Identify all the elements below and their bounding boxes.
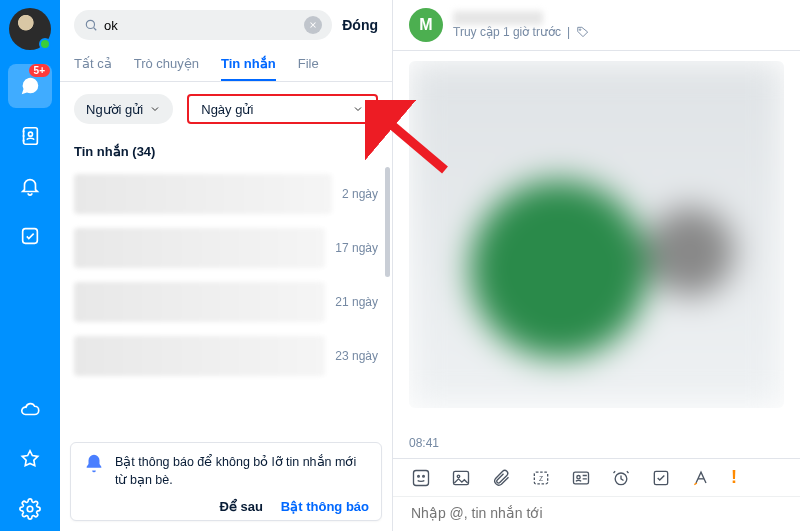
result-preview xyxy=(74,228,325,268)
result-preview xyxy=(74,282,325,322)
bell-icon xyxy=(19,175,41,197)
filter-sender-label: Người gửi xyxy=(86,102,143,117)
unread-badge: 5+ xyxy=(29,64,50,77)
chat-pane: M Truy cập 1 giờ trước | 08:41 Z xyxy=(393,0,800,531)
message-time: 08:41 xyxy=(409,436,439,450)
notification-card: Bật thông báo để không bỏ lỡ tin nhắn mớ… xyxy=(70,442,382,521)
svg-text:Z: Z xyxy=(539,474,543,481)
svg-point-7 xyxy=(418,475,420,477)
user-avatar[interactable] xyxy=(9,8,51,50)
app-root: 5+ Đóng xyxy=(0,0,800,531)
filter-row: Người gửi Ngày gửi xyxy=(60,82,392,136)
svg-rect-6 xyxy=(414,470,429,485)
chat-status: Truy cập 1 giờ trước xyxy=(453,25,561,39)
message-media-blurred xyxy=(409,61,784,408)
chat-icon xyxy=(19,75,41,97)
chat-header: M Truy cập 1 giờ trước | xyxy=(393,0,800,51)
chat-body[interactable]: 08:41 xyxy=(393,51,800,458)
attachment-button[interactable] xyxy=(491,468,511,488)
search-panel: Đóng Tất cả Trò chuyện Tin nhắn File Ngư… xyxy=(60,0,393,531)
chat-name xyxy=(453,11,543,25)
svg-point-8 xyxy=(423,475,425,477)
search-tabs: Tất cả Trò chuyện Tin nhắn File xyxy=(60,46,392,82)
results-section-title: Tin nhắn (34) xyxy=(60,136,392,167)
results-scrollbar[interactable] xyxy=(385,167,390,277)
priority-button[interactable]: ! xyxy=(731,467,737,488)
contacts-icon xyxy=(19,125,41,147)
chevron-down-icon xyxy=(149,103,161,115)
chat-divider: | xyxy=(567,25,570,39)
tag-icon[interactable] xyxy=(576,25,590,39)
filter-date-label: Ngày gửi xyxy=(201,102,253,117)
cloud-icon xyxy=(19,398,41,420)
nav-rail: 5+ xyxy=(0,0,60,531)
composer[interactable] xyxy=(393,496,800,531)
alarm-button[interactable] xyxy=(611,468,631,488)
result-preview xyxy=(74,336,325,376)
nav-contacts-button[interactable] xyxy=(8,114,52,158)
close-search-button[interactable]: Đóng xyxy=(342,17,378,33)
results-list[interactable]: 2 ngày 17 ngày 21 ngày 23 ngày xyxy=(60,167,392,432)
filter-sender-dropdown[interactable]: Người gửi xyxy=(74,94,173,124)
svg-point-1 xyxy=(28,132,32,136)
result-time: 23 ngày xyxy=(335,349,378,363)
chevron-down-icon xyxy=(352,103,364,115)
presence-dot-icon xyxy=(39,38,51,50)
search-icon xyxy=(84,18,98,32)
svg-point-4 xyxy=(86,20,94,28)
nav-todo-button[interactable] xyxy=(8,214,52,258)
star-icon xyxy=(19,448,41,470)
nav-notifications-button[interactable] xyxy=(8,164,52,208)
svg-point-5 xyxy=(579,29,581,31)
nav-chat-button[interactable]: 5+ xyxy=(8,64,52,108)
tab-chats[interactable]: Trò chuyện xyxy=(134,50,199,81)
search-input[interactable] xyxy=(98,18,304,33)
task-button[interactable] xyxy=(651,468,671,488)
notification-enable-button[interactable]: Bật thông báo xyxy=(281,499,369,514)
notification-later-button[interactable]: Để sau xyxy=(219,499,262,514)
notification-text: Bật thông báo để không bỏ lỡ tin nhắn mớ… xyxy=(115,453,369,489)
search-box[interactable] xyxy=(74,10,332,40)
svg-rect-2 xyxy=(23,229,38,244)
svg-point-14 xyxy=(577,475,580,478)
result-time: 2 ngày xyxy=(342,187,378,201)
nav-cloud-button[interactable] xyxy=(8,387,52,431)
chat-meta: Truy cập 1 giờ trước | xyxy=(453,11,590,39)
close-icon xyxy=(308,20,318,30)
screenshot-button[interactable]: Z xyxy=(531,468,551,488)
gear-icon xyxy=(19,498,41,520)
nav-settings-button[interactable] xyxy=(8,487,52,531)
format-button[interactable] xyxy=(691,468,711,488)
list-item[interactable]: 23 ngày xyxy=(60,329,392,383)
svg-rect-9 xyxy=(454,471,469,484)
chat-avatar[interactable]: M xyxy=(409,8,443,42)
svg-point-10 xyxy=(457,475,460,478)
sticker-button[interactable] xyxy=(411,468,431,488)
result-time: 17 ngày xyxy=(335,241,378,255)
svg-rect-13 xyxy=(574,472,589,484)
nav-star-button[interactable] xyxy=(8,437,52,481)
clear-search-button[interactable] xyxy=(304,16,322,34)
composer-toolbar: Z ! xyxy=(393,458,800,496)
list-item[interactable]: 17 ngày xyxy=(60,221,392,275)
filter-date-dropdown[interactable]: Ngày gửi xyxy=(187,94,378,124)
tab-files[interactable]: File xyxy=(298,50,319,81)
result-time: 21 ngày xyxy=(335,295,378,309)
list-item[interactable]: 21 ngày xyxy=(60,275,392,329)
list-item[interactable]: 2 ngày xyxy=(60,167,392,221)
tab-messages[interactable]: Tin nhắn xyxy=(221,50,276,81)
result-preview xyxy=(74,174,332,214)
bell-filled-icon xyxy=(83,453,105,475)
tab-all[interactable]: Tất cả xyxy=(74,50,112,81)
search-row: Đóng xyxy=(60,0,392,46)
image-button[interactable] xyxy=(451,468,471,488)
contact-card-button[interactable] xyxy=(571,468,591,488)
svg-point-3 xyxy=(27,506,33,512)
todo-icon xyxy=(19,225,41,247)
message-input[interactable] xyxy=(411,505,782,521)
